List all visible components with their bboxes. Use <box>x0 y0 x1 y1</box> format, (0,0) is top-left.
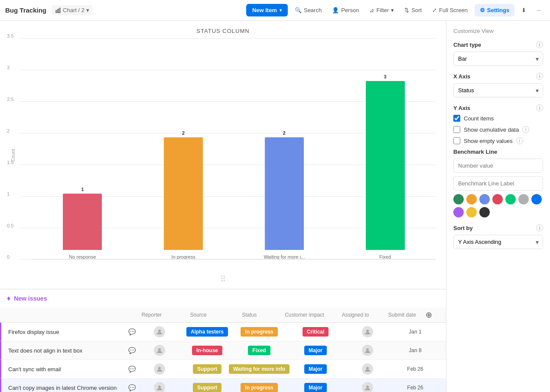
svg-rect-2 <box>59 8 61 13</box>
row-source: In-house <box>183 346 231 355</box>
add-column-icon[interactable]: ⊕ <box>426 311 432 319</box>
search-button[interactable]: 🔍 Search <box>291 5 325 15</box>
filter-icon: ⊿ <box>369 7 374 13</box>
benchmark-number-input[interactable] <box>453 159 543 173</box>
comment-icon[interactable]: 💬 <box>128 384 136 391</box>
chart-type-info-icon[interactable]: i <box>536 41 543 48</box>
color-swatch[interactable] <box>492 194 503 204</box>
table-row[interactable]: Text does not align in text box 💬 In-hou… <box>0 341 446 360</box>
drag-handle[interactable]: ⠿ <box>10 272 436 285</box>
empty-info-icon[interactable]: i <box>516 137 523 144</box>
color-swatch[interactable] <box>466 207 477 217</box>
table-rows-container: Firefox display issue 💬 Alpha testers In… <box>0 323 446 392</box>
th-reporter: Reporter <box>128 312 175 318</box>
color-swatches <box>453 194 543 217</box>
chart-type-label: Chart type i <box>453 41 543 48</box>
bars-area: 1 No response 2 In progress 2 Wai <box>32 39 436 259</box>
section-icon: ♦ <box>7 295 10 302</box>
benchmark-label-input[interactable] <box>453 176 543 191</box>
color-swatch[interactable] <box>518 194 529 204</box>
color-swatch[interactable] <box>466 194 477 204</box>
row-date: Feb 26 <box>391 366 439 372</box>
count-items-row: Count items <box>453 115 543 122</box>
right-panel: Customize View Chart type i Bar Line Pie… <box>446 21 550 392</box>
breadcrumb[interactable]: Chart / 2 ▾ <box>52 5 93 15</box>
more-button[interactable]: ··· <box>533 5 545 15</box>
count-items-checkbox[interactable] <box>453 115 460 122</box>
comment-icon[interactable]: 💬 <box>128 328 136 335</box>
show-cumulative-row: Show cumulative data i <box>453 126 543 133</box>
row-source: Support <box>183 383 231 392</box>
content-area: STATUS COLUMN Count 3.5 3 2.5 2 1.5 1 0.… <box>0 21 446 392</box>
table-row[interactable]: Can't sync with email 💬 Support Waiting … <box>0 360 446 379</box>
row-status: In progress <box>231 327 287 337</box>
x-axis-label: X Axis i <box>453 73 543 80</box>
assigned-avatar <box>362 326 373 337</box>
x-axis-select-wrapper: Status <box>453 83 543 97</box>
new-item-button[interactable]: New Item ▾ <box>246 4 288 16</box>
section-header: ♦ New issues <box>0 289 446 308</box>
y-axis-label: Y Axis i <box>453 104 543 111</box>
settings-button[interactable]: ⚙ Settings <box>475 4 514 16</box>
sort-by-select[interactable]: Y Axis Ascending Y Axis Descending <box>453 235 543 249</box>
color-swatch[interactable] <box>505 194 516 204</box>
color-swatch[interactable] <box>453 194 464 204</box>
settings-icon: ⚙ <box>480 7 485 13</box>
y-axis-info-icon[interactable]: i <box>536 104 543 111</box>
sort-by-select-wrapper: Y Axis Ascending Y Axis Descending <box>453 235 543 249</box>
th-impact: Customer impact <box>277 312 332 318</box>
color-swatch[interactable] <box>479 194 490 204</box>
th-assigned: Assigned to <box>332 312 379 318</box>
svg-point-10 <box>366 386 369 388</box>
show-cumulative-checkbox[interactable] <box>453 126 460 133</box>
bar-in-progress[interactable] <box>164 137 203 250</box>
comment-icon[interactable]: 💬 <box>128 366 136 373</box>
row-assigned <box>344 345 391 356</box>
comment-icon[interactable]: 💬 <box>128 347 136 354</box>
row-date: Jan 8 <box>391 347 439 353</box>
avatar <box>154 363 165 375</box>
svg-point-5 <box>158 348 161 351</box>
color-swatch[interactable] <box>479 207 490 217</box>
color-swatch[interactable] <box>531 194 542 204</box>
topbar: Bug Tracking Chart / 2 ▾ New Item ▾ 🔍 Se… <box>0 0 550 21</box>
panel-title: Customize View <box>453 28 543 34</box>
chart-title: STATUS COLUMN <box>10 28 436 34</box>
benchmark-label: Benchmark Line <box>453 149 543 155</box>
chart-type-select-wrapper: Bar Line Pie <box>453 52 543 66</box>
row-reporter <box>136 382 183 392</box>
x-axis-select[interactable]: Status <box>453 83 543 97</box>
bar-waiting[interactable] <box>265 137 304 250</box>
cumulative-info-icon[interactable]: i <box>522 126 529 133</box>
chart-type-select[interactable]: Bar Line Pie <box>453 52 543 66</box>
show-empty-checkbox[interactable] <box>453 137 460 144</box>
sort-info-icon[interactable]: i <box>536 224 543 231</box>
assigned-avatar <box>362 345 373 356</box>
th-source: Source <box>175 312 222 318</box>
sort-button[interactable]: ⇅ Sort <box>401 5 425 15</box>
bar-fixed[interactable] <box>366 81 405 250</box>
color-swatch[interactable] <box>453 207 464 217</box>
table-header-row: Reporter Source Status Customer impact A… <box>0 308 446 323</box>
table-row[interactable]: Firefox display issue 💬 Alpha testers In… <box>0 323 446 341</box>
bar-no-response[interactable] <box>63 194 102 250</box>
filter-button[interactable]: ⊿ Filter ▾ <box>366 5 397 15</box>
th-add[interactable]: ⊕ <box>426 310 439 320</box>
person-button[interactable]: 👤 Person <box>329 5 362 15</box>
x-axis-info-icon[interactable]: i <box>536 73 543 80</box>
bar-group-no-response: 1 No response <box>56 187 108 259</box>
row-name: Can't sync with email 💬 <box>8 366 136 373</box>
row-name: Firefox display issue 💬 <box>8 328 136 335</box>
bar-group-waiting: 2 Waiting for more i... <box>258 130 310 259</box>
row-date: Jan 1 <box>391 329 439 335</box>
table-row[interactable]: Can't copy images in latest Chrome versi… <box>0 379 446 392</box>
fullscreen-icon: ⤢ <box>432 7 437 13</box>
svg-rect-1 <box>58 9 59 13</box>
row-status: Waiting for more info <box>231 364 287 374</box>
row-status: Fixed <box>231 346 287 355</box>
show-empty-row: Show empty values i <box>453 137 543 144</box>
th-status: Status <box>222 312 277 318</box>
row-reporter <box>136 345 183 356</box>
fullscreen-button[interactable]: ⤢ Full Screen <box>429 5 471 15</box>
download-button[interactable]: ⬇ <box>518 5 530 15</box>
